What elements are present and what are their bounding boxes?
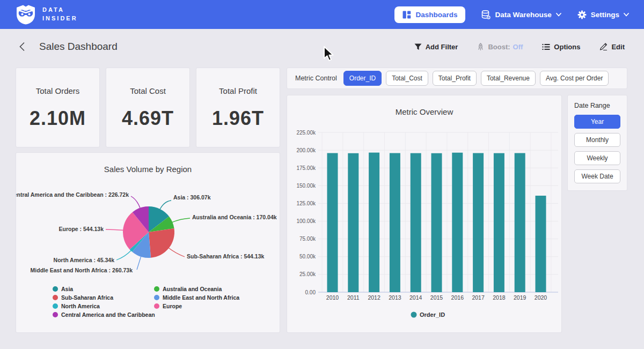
edit-button[interactable]: Edit <box>596 42 628 51</box>
chevron-down-icon <box>556 13 561 17</box>
bar[interactable] <box>494 153 504 292</box>
bar-chart-title: Metric Overview <box>287 95 561 116</box>
pie-chart-title: Sales Volume by Region <box>16 153 280 174</box>
bar[interactable] <box>536 196 546 292</box>
kpi-card-total-orders: Total Orders 2.10M <box>16 68 99 147</box>
kpi-label: Total Profit <box>219 86 257 95</box>
date-range-title: Date Range <box>574 102 620 109</box>
pencil-icon <box>599 43 608 51</box>
settings-label: Settings <box>591 11 619 19</box>
x-axis-tick-label: 2012 <box>368 294 380 301</box>
date-range-panel: Date Range Year Monthly Weekly Week Date <box>568 95 627 190</box>
y-axis-tick-label: 25.00k <box>299 271 316 277</box>
bar[interactable] <box>452 153 463 292</box>
pie-slice-label: Australia and Oceania : 170.04k <box>192 214 277 220</box>
page-header: Sales Dashboard Add Filter Boost: Off <box>0 29 644 64</box>
pie-leader-line <box>116 250 131 260</box>
pie-leader-line <box>171 218 190 222</box>
data-warehouse-menu[interactable]: Data Warehouse <box>481 10 561 19</box>
legend-item-label: Asia <box>61 286 73 292</box>
pie-chart[interactable]: Asia : 306.07kAustralia and Oceania : 17… <box>16 177 280 332</box>
legend-dot <box>53 312 58 317</box>
date-range-weekly-button[interactable]: Weekly <box>574 151 620 165</box>
y-axis-tick-label: 225.00k <box>296 130 316 136</box>
x-axis-tick-label: 2011 <box>347 294 360 301</box>
pie-slice-label: Asia : 306.07k <box>173 194 211 201</box>
date-range-week-date-button[interactable]: Week Date <box>574 169 620 183</box>
legend-dot <box>154 295 159 300</box>
bar[interactable] <box>369 153 379 292</box>
metric-chip-avg-cost-per-order[interactable]: Avg. Cost per Order <box>540 71 609 86</box>
back-button[interactable] <box>16 41 27 53</box>
legend-item-label: Order_ID <box>420 311 445 318</box>
bar[interactable] <box>515 153 525 292</box>
gear-icon <box>577 10 587 19</box>
options-button[interactable]: Options <box>539 42 583 51</box>
page-title: Sales Dashboard <box>39 41 118 53</box>
metric-control-label: Metric Control <box>295 75 337 82</box>
x-axis-tick-label: 2010 <box>326 294 339 301</box>
pie-leader-line <box>106 229 124 230</box>
x-axis-tick-label: 2019 <box>514 294 526 301</box>
y-axis-tick-label: 75.00k <box>299 236 316 242</box>
date-range-year-button[interactable]: Year <box>574 115 620 129</box>
list-icon <box>542 43 550 50</box>
edit-label: Edit <box>611 43 625 51</box>
brand-name: DATA INSIDER <box>42 6 78 23</box>
add-filter-label: Add Filter <box>426 43 458 51</box>
legend-dot <box>411 312 417 318</box>
bar-chart-card: Metric Overview 0.0025.00k50.00k75.00k10… <box>287 95 561 332</box>
legend-item-label: Central America and the Caribbean <box>61 311 155 318</box>
bar[interactable] <box>431 153 442 292</box>
legend-dot <box>53 295 58 300</box>
settings-menu[interactable]: Settings <box>577 10 629 19</box>
metric-chip-total-cost[interactable]: Total_Cost <box>386 71 428 86</box>
kpi-value: 1.96T <box>212 107 264 130</box>
legend-item-label: Middle East and North Africa <box>163 294 239 301</box>
pie-leader-line <box>131 196 141 209</box>
chevron-down-icon <box>624 13 629 17</box>
legend-item-label: Sub-Saharan Africa <box>61 294 113 301</box>
bar[interactable] <box>390 153 400 292</box>
y-axis-tick-label: 0.00 <box>305 289 316 295</box>
pie-slice-label: North America : 45.34k <box>54 257 115 263</box>
x-axis-tick-label: 2013 <box>389 294 401 301</box>
kpi-card-total-cost: Total Cost 4.69T <box>106 68 189 147</box>
bar[interactable] <box>411 153 421 292</box>
metric-control-bar: Metric Control Order_ID Total_Cost Total… <box>287 68 627 88</box>
x-axis-tick-label: 2017 <box>472 294 485 301</box>
y-axis-tick-label: 100.00k <box>296 218 316 224</box>
bar[interactable] <box>473 153 484 292</box>
legend-item-label: Europe <box>163 303 182 309</box>
boost-toggle[interactable]: Boost: Off <box>474 42 526 51</box>
x-axis-tick-label: 2014 <box>409 294 422 301</box>
kpi-value: 2.10M <box>30 107 86 130</box>
pie-chart-card: Sales Volume by Region Asia : 306.07kAus… <box>16 153 280 332</box>
y-axis-tick-label: 175.00k <box>296 165 316 171</box>
legend-item-label: North America <box>61 303 100 309</box>
bar[interactable] <box>348 153 358 292</box>
date-range-monthly-button[interactable]: Monthly <box>574 133 620 147</box>
dashboards-button[interactable]: Dashboards <box>394 6 465 23</box>
legend-dot <box>154 286 159 292</box>
bar[interactable] <box>327 153 338 292</box>
owl-logo-icon <box>15 4 36 25</box>
metric-chip-total-profit[interactable]: Total_Profit <box>433 71 477 86</box>
add-filter-button[interactable]: Add Filter <box>411 42 462 51</box>
metric-chip-total-revenue[interactable]: Total_Revenue <box>481 71 536 86</box>
boost-label: Boost: <box>488 43 510 51</box>
metric-chip-order-id[interactable]: Order_ID <box>343 71 382 86</box>
legend-dot <box>154 303 159 309</box>
y-axis-tick-label: 150.00k <box>296 183 316 189</box>
chevron-left-icon <box>18 42 25 51</box>
y-axis-tick-label: 125.00k <box>296 201 316 206</box>
legend-dot <box>53 286 58 292</box>
bar-chart[interactable]: 0.0025.00k50.00k75.00k100.00k125.00k150.… <box>287 120 561 332</box>
dashboards-label: Dashboards <box>415 11 457 19</box>
navbar: DATA INSIDER Dashboards Data Warehouse <box>0 0 644 29</box>
x-axis-tick-label: 2020 <box>535 294 547 301</box>
filter-icon <box>414 43 422 50</box>
brand-logo[interactable]: DATA INSIDER <box>15 4 78 25</box>
y-axis-tick-label: 200.00k <box>296 147 316 153</box>
pie-slice[interactable] <box>149 228 174 258</box>
